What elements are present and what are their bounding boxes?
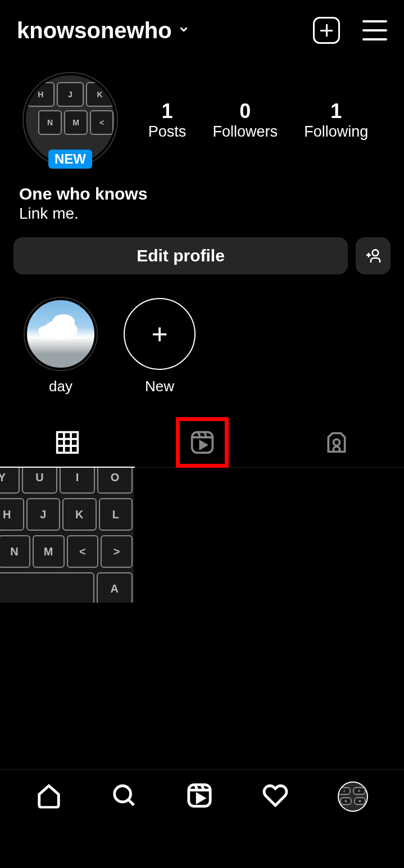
discover-people-button[interactable]	[356, 237, 391, 274]
svg-line-15	[129, 799, 134, 805]
profile-tabs	[0, 418, 404, 468]
highlight-new[interactable]: + New	[124, 298, 196, 395]
header: knowsonewho	[0, 0, 404, 55]
nav-search[interactable]	[111, 783, 137, 811]
nav-home[interactable]	[36, 783, 62, 811]
stats: 1 Posts 0 Followers 1 Following	[135, 100, 382, 141]
followers-count: 0	[212, 100, 278, 123]
following-count: 1	[304, 100, 368, 123]
edit-profile-button[interactable]: Edit profile	[13, 237, 348, 274]
new-badge: NEW	[48, 150, 92, 169]
bottom-nav: J K N M	[0, 769, 404, 823]
menu-button[interactable]	[362, 20, 387, 40]
followers-label: Followers	[212, 123, 278, 141]
create-button[interactable]	[313, 17, 340, 44]
highlight-day[interactable]: day	[25, 298, 97, 395]
nav-profile[interactable]: J K N M	[338, 781, 368, 812]
highlight-label: New	[124, 378, 196, 395]
actions-row: Edit profile	[0, 223, 404, 274]
stat-posts[interactable]: 1 Posts	[148, 100, 187, 141]
post-thumbnail[interactable]: YUIO HJKL NM<> A	[0, 468, 134, 603]
display-name: One who knows	[19, 184, 385, 204]
bio: One who knows Link me.	[0, 168, 404, 223]
nav-activity[interactable]	[262, 783, 288, 811]
svg-marker-20	[198, 794, 205, 802]
username[interactable]: knowsonewho	[17, 18, 172, 43]
posts-label: Posts	[148, 123, 187, 141]
posts-count: 1	[148, 100, 187, 123]
plus-icon: +	[151, 320, 167, 348]
nav-reels[interactable]	[187, 783, 212, 811]
bio-text: Link me.	[19, 205, 385, 223]
highlight-label: day	[25, 378, 97, 395]
svg-point-0	[373, 250, 379, 256]
highlights: day + New	[0, 274, 404, 395]
following-label: Following	[304, 123, 368, 141]
tab-grid[interactable]	[0, 418, 135, 467]
svg-point-14	[115, 785, 131, 802]
profile-row: HJK NM< NEW 1 Posts 0 Followers 1 Follow…	[0, 55, 404, 168]
svg-marker-12	[200, 441, 206, 449]
svg-point-13	[334, 440, 340, 446]
svg-rect-3	[57, 432, 78, 453]
tab-reels[interactable]	[135, 418, 270, 467]
chevron-down-icon[interactable]	[178, 23, 190, 38]
avatar[interactable]: HJK NM< NEW	[22, 72, 118, 168]
tab-tagged[interactable]	[269, 418, 404, 467]
stat-followers[interactable]: 0 Followers	[212, 100, 278, 141]
posts-grid: YUIO HJKL NM<> A	[0, 468, 404, 603]
stat-following[interactable]: 1 Following	[304, 100, 368, 141]
